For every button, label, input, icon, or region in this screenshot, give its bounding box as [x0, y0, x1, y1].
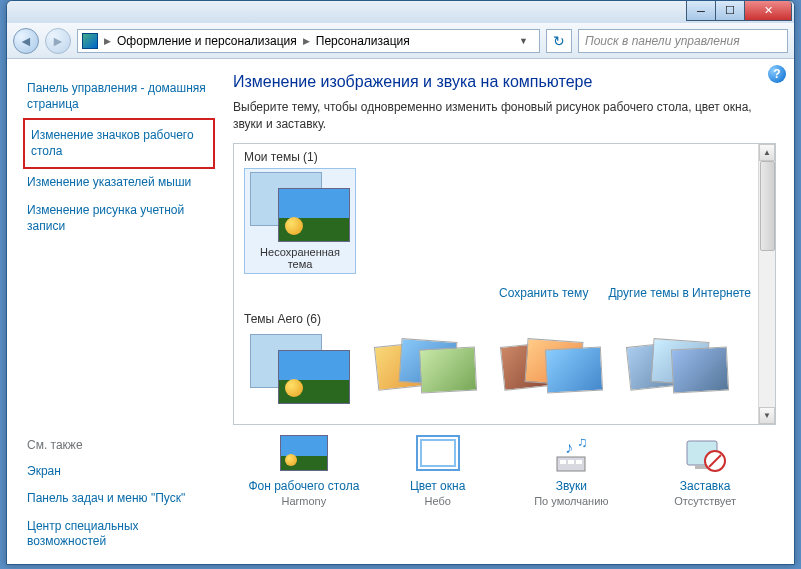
see-also-heading: См. также [23, 432, 215, 458]
close-button[interactable]: ✕ [744, 1, 792, 21]
window-body: Панель управления - домашняя страница Из… [7, 59, 794, 564]
aero-themes-label: Темы Aero (6) [234, 306, 775, 328]
theme-thumb [376, 334, 476, 404]
sidebar: Панель управления - домашняя страница Из… [7, 59, 223, 564]
window-color-icon [414, 435, 462, 475]
theme-thumb [250, 334, 350, 404]
control-panel-icon [82, 33, 98, 49]
color-value: Небо [378, 495, 498, 507]
save-theme-link[interactable]: Сохранить тему [499, 286, 588, 300]
svg-text:♫: ♫ [577, 435, 588, 450]
breadcrumb-1[interactable]: Оформление и персонализация [117, 34, 297, 48]
sounds-icon: ♪♫ [547, 435, 595, 475]
theme-thumb [250, 172, 350, 242]
my-themes-row: Несохраненная тема [234, 166, 775, 280]
sound-value: По умолчанию [511, 495, 631, 507]
aero-theme-3[interactable] [496, 330, 608, 412]
window-color[interactable]: Цвет окна Небо [378, 435, 498, 507]
more-themes-link[interactable]: Другие темы в Интернете [608, 286, 751, 300]
screensaver-icon [681, 435, 729, 475]
scroll-up-icon[interactable]: ▲ [759, 144, 775, 161]
scroll-down-icon[interactable]: ▼ [759, 407, 775, 424]
sidebar-ease-of-access[interactable]: Центр специальных возможностей [23, 513, 215, 556]
window-buttons: ─ ☐ ✕ [687, 1, 792, 23]
screensaver[interactable]: Заставка Отсутствует [645, 435, 765, 507]
themes-panel: ▲ ▼ Мои темы (1) Несохраненная тема [233, 143, 776, 425]
sounds[interactable]: ♪♫ Звуки По умолчанию [511, 435, 631, 507]
forward-button[interactable]: ► [45, 28, 71, 54]
maximize-button[interactable]: ☐ [715, 1, 745, 21]
svg-text:♪: ♪ [565, 439, 573, 456]
sidebar-home[interactable]: Панель управления - домашняя страница [23, 75, 215, 118]
aero-theme-1[interactable] [244, 330, 356, 412]
bg-label: Фон рабочего стола [244, 479, 364, 493]
breadcrumb-sep-icon: ▶ [303, 36, 310, 46]
back-button[interactable]: ◄ [13, 28, 39, 54]
sidebar-change-account-picture[interactable]: Изменение рисунка учетной записи [23, 197, 215, 240]
theme-links: Сохранить тему Другие темы в Интернете [234, 280, 775, 306]
settings-row: Фон рабочего стола Harmony Цвет окна Неб… [233, 435, 776, 507]
titlebar: ─ ☐ ✕ [7, 1, 794, 23]
refresh-button[interactable]: ↻ [546, 29, 572, 53]
saver-value: Отсутствует [645, 495, 765, 507]
color-label: Цвет окна [378, 479, 498, 493]
theme-thumb [502, 334, 602, 404]
minimize-button[interactable]: ─ [686, 1, 716, 21]
sound-label: Звуки [511, 479, 631, 493]
aero-themes-row [234, 328, 775, 418]
breadcrumb-2[interactable]: Персонализация [316, 34, 410, 48]
main-pane: ? Изменение изображения и звука на компь… [223, 59, 794, 564]
sidebar-change-pointers[interactable]: Изменение указателей мыши [23, 169, 215, 197]
saver-label: Заставка [645, 479, 765, 493]
svg-rect-2 [568, 460, 574, 464]
desktop-bg-icon [280, 435, 328, 475]
navbar: ◄ ► ▶ Оформление и персонализация ▶ Перс… [7, 23, 794, 59]
breadcrumb-sep-icon: ▶ [104, 36, 111, 46]
svg-rect-1 [560, 460, 566, 464]
svg-rect-3 [576, 460, 582, 464]
theme-name: Несохраненная тема [248, 246, 352, 270]
search-input[interactable]: Поиск в панели управления [578, 29, 788, 53]
address-dropdown-icon[interactable]: ▼ [519, 36, 535, 46]
page-description: Выберите тему, чтобы одновременно измени… [233, 99, 776, 133]
desktop-background[interactable]: Фон рабочего стола Harmony [244, 435, 364, 507]
theme-unsaved[interactable]: Несохраненная тема [244, 168, 356, 274]
control-panel-window: ─ ☐ ✕ ◄ ► ▶ Оформление и персонализация … [6, 0, 795, 565]
scrollbar[interactable]: ▲ ▼ [758, 144, 775, 424]
bg-value: Harmony [244, 495, 364, 507]
sidebar-taskbar[interactable]: Панель задач и меню "Пуск" [23, 485, 215, 513]
address-bar[interactable]: ▶ Оформление и персонализация ▶ Персонал… [77, 29, 540, 53]
aero-theme-2[interactable] [370, 330, 482, 412]
page-title: Изменение изображения и звука на компьют… [233, 73, 776, 91]
my-themes-label: Мои темы (1) [234, 144, 775, 166]
aero-theme-4[interactable] [622, 330, 734, 412]
theme-thumb [628, 334, 728, 404]
sidebar-display[interactable]: Экран [23, 458, 215, 486]
help-icon[interactable]: ? [768, 65, 786, 83]
scroll-thumb[interactable] [760, 161, 775, 251]
sidebar-change-desktop-icons[interactable]: Изменение значков рабочего стола [23, 118, 215, 169]
